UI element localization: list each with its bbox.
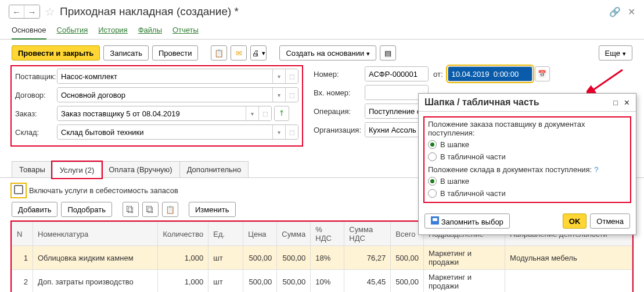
copy-icon[interactable]: ⿻ — [123, 202, 139, 217]
supplier-label: Поставщик: — [15, 72, 57, 81]
add-row-button[interactable]: Добавить — [12, 202, 57, 217]
fill-icon[interactable]: ⤒ — [274, 106, 289, 121]
clipboard-icon[interactable]: 📋 — [162, 202, 178, 217]
subtab-services[interactable]: Услуги (2) — [52, 162, 102, 178]
link-icon[interactable]: 🔗 — [609, 6, 621, 17]
open-icon[interactable]: ⬚ — [285, 88, 298, 102]
paste-rows-icon[interactable]: ⿻ — [142, 202, 159, 217]
post-close-button[interactable]: Провести и закрыть — [12, 45, 100, 60]
save-icon — [431, 216, 439, 225]
dropdown-icon[interactable]: ▾ — [272, 69, 285, 83]
subtab-extra[interactable]: Дополнительно — [179, 161, 249, 177]
order-label: Заказ: — [15, 109, 57, 118]
remember-button[interactable]: Запомнить выбор — [424, 213, 510, 229]
favorite-icon[interactable]: ☆ — [45, 5, 55, 19]
header-table-popup: Шапка / табличная часть □ ✕ Положение за… — [418, 93, 636, 235]
wh-in-header-radio[interactable] — [428, 177, 437, 186]
cancel-button[interactable]: Отмена — [590, 213, 630, 229]
popup-title: Шапка / табличная часть — [424, 97, 539, 108]
print-icon[interactable]: 🖨▾ — [250, 45, 267, 60]
order-in-table-radio[interactable] — [428, 152, 437, 161]
dropdown-icon[interactable]: ▾ — [246, 106, 258, 120]
wh-in-table-radio[interactable] — [428, 189, 437, 198]
wh-position-label: Положение склада в документах поступлени… — [428, 165, 592, 174]
open-icon[interactable]: ⬚ — [258, 106, 271, 120]
report-icon[interactable]: ▤ — [380, 45, 396, 60]
select-rows-button[interactable]: Подобрать — [61, 202, 111, 217]
help-icon[interactable]: ? — [594, 165, 598, 174]
calendar-icon[interactable]: 📅 — [535, 66, 550, 81]
order-position-label: Положение заказа поставщику в документах… — [428, 120, 627, 137]
number-input[interactable] — [365, 66, 429, 81]
more-button[interactable]: Еще▾ — [599, 45, 632, 60]
include-cost-label: Включать услуги в себестоимость запасов — [29, 186, 178, 195]
extnum-label: Вх. номер: — [314, 88, 365, 97]
mail-icon[interactable]: ✉ — [231, 45, 247, 60]
subtab-goods[interactable]: Товары — [12, 161, 53, 177]
date-input[interactable] — [448, 66, 533, 81]
supplier-input[interactable]: ▾ ⬚ — [57, 69, 298, 84]
dropdown-icon[interactable]: ▾ — [272, 88, 285, 102]
close-icon[interactable]: ✕ — [628, 6, 635, 17]
open-icon[interactable]: ⬚ — [285, 125, 298, 139]
svg-line-0 — [591, 70, 623, 91]
maximize-icon[interactable]: □ — [613, 98, 618, 107]
from-label: от: — [433, 70, 443, 79]
warehouse-input[interactable]: ▾ ⬚ — [57, 124, 298, 140]
paste-icon[interactable]: 📋 — [211, 45, 227, 60]
subtab-payment[interactable]: Оплата (Вручную) — [101, 161, 179, 177]
save-button[interactable]: Записать — [103, 45, 149, 60]
back-button[interactable]: ← — [9, 5, 24, 18]
org-label: Организация: — [314, 126, 365, 134]
tab-main[interactable]: Основное — [12, 26, 46, 40]
table-row[interactable]: 1Облицовка жидким камнем1,000шт500,00500… — [12, 246, 632, 270]
contract-label: Договор: — [15, 91, 57, 99]
tab-reports[interactable]: Отчеты — [172, 26, 199, 34]
tab-events[interactable]: События — [57, 26, 88, 34]
contract-input[interactable]: ▾ ⬚ — [57, 87, 298, 102]
forward-button[interactable]: → — [24, 5, 39, 18]
open-icon[interactable]: ⬚ — [285, 69, 298, 83]
warehouse-label: Склад: — [15, 128, 57, 137]
dropdown-icon[interactable]: ▾ — [272, 125, 285, 139]
tab-files[interactable]: Файлы — [138, 26, 162, 34]
table-row[interactable]: 2Доп. затраты производство1,000шт500,005… — [12, 270, 632, 293]
operation-label: Операция: — [314, 107, 365, 116]
ok-button[interactable]: OK — [563, 213, 587, 229]
tab-history[interactable]: История — [98, 26, 127, 34]
post-button[interactable]: Провести — [152, 45, 199, 60]
page-title: Приходная накладная (создание) * — [60, 5, 239, 18]
edit-row-button[interactable]: Изменить — [189, 202, 236, 217]
annotation-arrow — [587, 67, 627, 96]
close-popup-icon[interactable]: ✕ — [624, 98, 630, 107]
order-in-header-radio[interactable] — [428, 140, 437, 149]
order-input[interactable]: ▾ ⬚ — [57, 106, 272, 121]
create-based-button[interactable]: Создать на основании▾ — [279, 45, 376, 60]
number-label: Номер: — [314, 70, 365, 79]
include-cost-checkbox[interactable] — [14, 185, 23, 194]
